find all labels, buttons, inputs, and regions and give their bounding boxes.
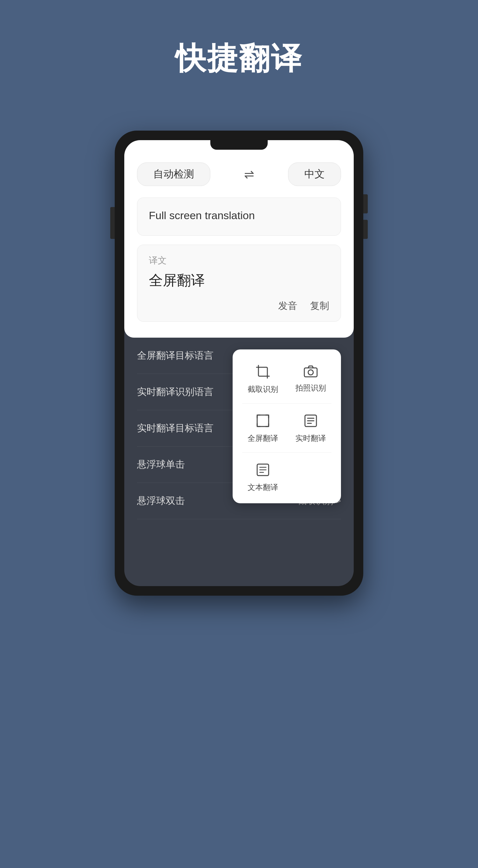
realtime-target-label: 实时翻译目标语言 (137, 422, 213, 435)
float-double-label: 悬浮球双击 (137, 494, 185, 507)
camera-label: 拍照识别 (295, 383, 326, 393)
copy-button[interactable]: 复制 (310, 300, 329, 312)
source-language-button[interactable]: 自动检测 (137, 162, 210, 186)
quick-action-popup: 截取识别 拍照识别 (233, 349, 341, 503)
result-text: 全屏翻译 (149, 271, 329, 290)
crop-label: 截取识别 (248, 384, 278, 394)
quick-item-crop[interactable]: 截取识别 (242, 359, 283, 399)
fullscreen-label: 全屏翻译 (248, 433, 278, 443)
speak-button[interactable]: 发音 (278, 300, 297, 312)
swap-language-icon[interactable]: ⇌ (244, 167, 254, 181)
result-label: 译文 (149, 254, 329, 267)
power-button (110, 207, 115, 239)
realtime-label: 实时翻译 (295, 433, 326, 443)
svg-rect-0 (259, 367, 267, 376)
text-translate-icon (256, 463, 270, 479)
popup-divider-1 (242, 403, 331, 404)
translation-card: 自动检测 ⇌ 中文 Full screen translation 译文 全屏翻… (124, 140, 354, 338)
page-title: 快捷翻译 (175, 38, 303, 80)
language-selector-row: 自动检测 ⇌ 中文 (137, 153, 341, 186)
quick-item-fullscreen[interactable]: 全屏翻译 (242, 408, 283, 448)
quick-popup-grid: 截取识别 拍照识别 (242, 359, 331, 497)
camera-icon (304, 365, 318, 380)
crop-icon (256, 365, 270, 381)
result-area: 译文 全屏翻译 发音 复制 (137, 245, 341, 322)
input-text: Full screen translation (149, 207, 329, 224)
phone-screen: 自动检测 ⇌ 中文 Full screen translation 译文 全屏翻… (124, 140, 354, 586)
volume-up-button (363, 194, 368, 213)
text-translate-label: 文本翻译 (248, 482, 278, 492)
quick-item-realtime[interactable]: 实时翻译 (290, 408, 331, 448)
quick-item-camera[interactable]: 拍照识别 (290, 359, 331, 399)
svg-rect-5 (304, 368, 317, 377)
fullscreen-icon (256, 414, 270, 430)
phone-container: 自动检测 ⇌ 中文 Full screen translation 译文 全屏翻… (115, 131, 363, 596)
volume-down-button (363, 220, 368, 239)
fullscreen-lang-label: 全屏翻译目标语言 (137, 349, 213, 362)
popup-divider-2 (242, 452, 331, 453)
result-actions: 发音 复制 (149, 300, 329, 312)
realtime-icon (304, 414, 318, 430)
float-single-label: 悬浮球单击 (137, 458, 185, 471)
quick-item-text[interactable]: 文本翻译 (242, 457, 283, 497)
svg-point-6 (308, 370, 313, 375)
realtime-source-label: 实时翻译识别语言 (137, 385, 213, 399)
svg-rect-7 (257, 415, 269, 427)
input-area[interactable]: Full screen translation (137, 197, 341, 236)
target-language-button[interactable]: 中文 (288, 162, 341, 186)
phone-frame: 自动检测 ⇌ 中文 Full screen translation 译文 全屏翻… (115, 131, 363, 596)
phone-notch (210, 140, 268, 150)
